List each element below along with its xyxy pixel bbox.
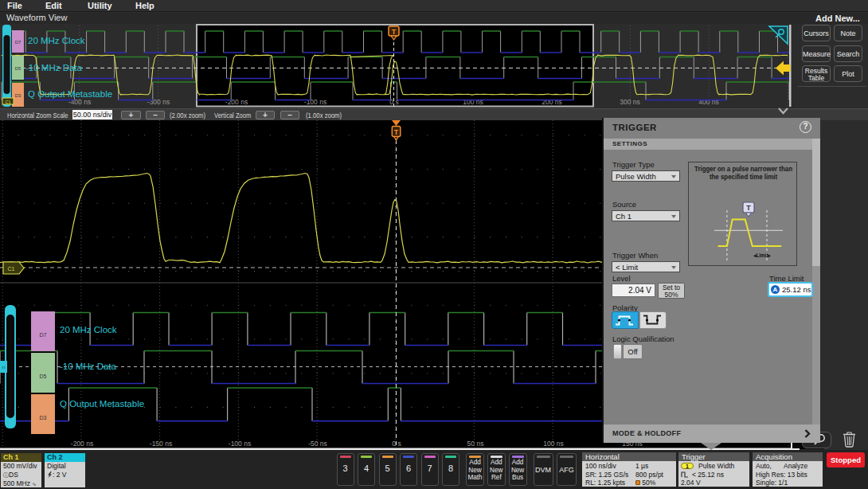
svg-text:-150 ns: -150 ns [150,440,172,448]
svg-text:-10 MHz Data: -10 MHz Data [60,362,117,371]
svg-text:400 ns: 400 ns [698,98,719,106]
svg-text:-100 ns: -100 ns [304,98,326,106]
svg-text:Q Output Metastable: Q Output Metastable [28,89,112,99]
svg-text:T: T [394,128,399,136]
svg-text:300 ns: 300 ns [620,98,640,106]
svg-text:100 ns: 100 ns [463,98,483,106]
svg-text:D5: D5 [40,374,47,379]
svg-text:20 MHz Clock: 20 MHz Clock [28,36,85,45]
svg-text:200 ns: 200 ns [542,98,562,106]
svg-text:D7: D7 [40,332,47,338]
svg-text:100 ns: 100 ns [543,440,564,448]
svg-text:-200 ns: -200 ns [225,98,248,106]
svg-text:‹›: ‹› [2,365,6,370]
svg-text:T: T [392,28,397,36]
svg-text:D3: D3 [15,93,22,98]
svg-text:-50 ns: -50 ns [308,440,327,448]
svg-text:-200 ns: -200 ns [71,440,93,448]
svg-text:D7: D7 [15,40,22,45]
svg-text:20 MHz Clock: 20 MHz Clock [60,325,117,334]
svg-text:D5: D5 [15,66,22,71]
svg-text:-100 ns: -100 ns [229,440,251,448]
svg-text:T: T [746,204,751,212]
svg-text:Q Output Metastable: Q Output Metastable [60,399,144,409]
svg-text:C1: C1 [5,100,10,104]
svg-text:-300 ns: -300 ns [147,98,170,106]
svg-text:D3: D3 [40,415,47,421]
svg-text:50 ns: 50 ns [467,440,484,448]
svg-text:-400 ns: -400 ns [68,98,91,106]
svg-text:C1: C1 [8,266,15,272]
svg-text:◂Limit▸: ◂Limit▸ [753,252,771,258]
svg-text:-10 MHz Data: -10 MHz Data [25,63,83,72]
